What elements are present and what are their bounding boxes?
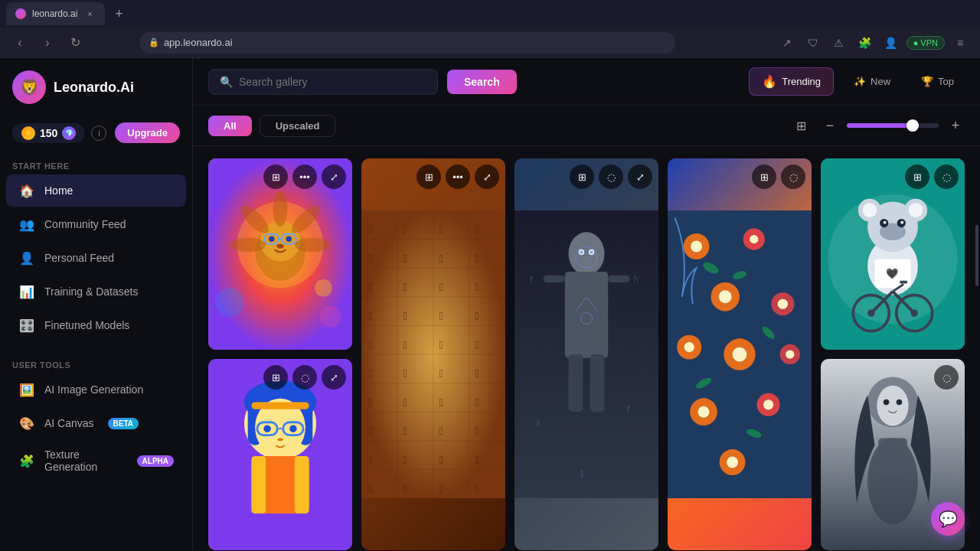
grid-view-button[interactable]: ⊞ (789, 113, 813, 138)
zoom-out-button[interactable]: − (821, 116, 839, 135)
zoom-track (847, 123, 939, 128)
expand-button[interactable]: ⤢ (628, 165, 652, 189)
options-button[interactable]: ◌ (934, 365, 959, 390)
expand-button[interactable]: ⤢ (322, 365, 346, 390)
extensions-button[interactable]: 🧩 (854, 32, 876, 54)
sidebar-item-texture[interactable]: 🧩 Texture Generation ALPHA (6, 441, 186, 481)
svg-text:𓌁: 𓌁 (475, 396, 480, 409)
gallery-grid: ⊞ ••• ⤢ (208, 158, 965, 551)
svg-text:𓃂: 𓃂 (439, 453, 444, 466)
chat-bubble-button[interactable]: 💬 (931, 502, 965, 536)
sidebar-item-finetuned[interactable]: 🎛️ Finetuned Models (6, 309, 186, 341)
gallery-item[interactable]: 🖤 (821, 158, 965, 350)
svg-point-109 (727, 457, 738, 468)
search-input[interactable] (239, 76, 426, 88)
svg-point-161 (897, 399, 903, 406)
avatar: 🦁 (12, 70, 46, 104)
trending-icon: 🔥 (762, 74, 777, 89)
gallery-item[interactable]: ᚠ ᚢ ᚦ ᚨ ᚱ ⊞ ◌ ⤢ (514, 158, 658, 550)
svg-point-122 (909, 203, 923, 217)
svg-text:𓈀: 𓈀 (475, 252, 480, 265)
upscaled-filter-button[interactable]: Upscaled (260, 115, 336, 137)
sidebar-item-ai-image[interactable]: 🖼️ AI Image Generation (6, 373, 186, 406)
info-button[interactable]: i (91, 126, 106, 141)
remix-button[interactable]: ⊞ (752, 165, 776, 189)
upgrade-button[interactable]: Upgrade (115, 122, 180, 143)
trending-button[interactable]: 🔥 Trending (749, 67, 834, 96)
menu-button[interactable]: ≡ (949, 32, 971, 54)
svg-text:𓊁: 𓊁 (403, 396, 408, 409)
options-button[interactable]: ◌ (781, 165, 805, 189)
vpn-badge: ● VPN (906, 36, 945, 50)
svg-point-107 (763, 399, 773, 409)
svg-point-154 (277, 438, 283, 441)
expand-button[interactable]: ⤢ (475, 165, 499, 189)
gallery-item[interactable]: 𓀀𓂀𓃀𓄀 𓅀𓆀𓇀𓈀 𓉀𓊀𓋀𓌀 𓍀𓎀𓏀𓐀 𓀁𓂁𓃁𓄁 𓅁𓆁𓇁𓈁 𓉁𓊁𓋁𓌁 𓍁𓎁𓏁𓐁 (361, 158, 505, 550)
svg-point-103 (786, 350, 794, 358)
remix-button[interactable]: ⊞ (263, 165, 288, 189)
svg-text:𓐁: 𓐁 (475, 424, 480, 437)
gallery-item[interactable]: ⊞ ◌ (668, 158, 812, 550)
new-tab-button[interactable]: + (108, 3, 129, 24)
active-tab[interactable]: leonardo.ai × (6, 2, 105, 25)
svg-text:𓍀: 𓍀 (368, 309, 373, 322)
sidebar-item-personal-feed[interactable]: 👤 Personal Feed (6, 242, 186, 274)
svg-text:𓌀: 𓌀 (475, 280, 480, 293)
remix-button[interactable]: ⊞ (905, 165, 929, 189)
search-box[interactable]: 🔍 (208, 69, 438, 95)
shield-button[interactable]: 🛡 (802, 32, 824, 54)
gallery-item[interactable]: ⊞ ◌ ⤢ (208, 359, 352, 550)
item-overlay: ⊞ ••• ⤢ (208, 158, 352, 195)
sidebar-item-home[interactable]: 🏠 Home (6, 174, 186, 207)
options-button[interactable]: ◌ (292, 365, 317, 390)
sidebar-item-ai-canvas[interactable]: 🎨 AI Canvas BETA (6, 407, 186, 439)
lock-icon: 🔒 (149, 37, 159, 47)
sidebar-item-community-feed[interactable]: 👥 Community Feed (6, 208, 186, 240)
zoom-slider[interactable] (847, 123, 939, 128)
options-button[interactable]: ••• (292, 165, 317, 189)
svg-point-12 (269, 236, 275, 243)
token-row: ⚡ 150 💎 i Upgrade (0, 116, 192, 155)
svg-text:𓀂: 𓀂 (368, 453, 373, 466)
ai-image-label: AI Image Generation (44, 383, 143, 396)
new-button[interactable]: ✨ New (843, 70, 901, 93)
reload-button[interactable]: ↻ (64, 32, 86, 54)
options-button[interactable]: ••• (446, 165, 470, 189)
back-button[interactable]: ‹ (9, 32, 31, 54)
svg-point-93 (750, 235, 758, 243)
top-icon: 🏆 (921, 76, 933, 87)
token-icon: ⚡ (21, 126, 35, 140)
options-button[interactable]: ◌ (934, 165, 959, 189)
forward-button[interactable]: › (37, 32, 58, 54)
remix-button[interactable]: ⊞ (263, 365, 288, 390)
svg-text:𓄂: 𓄂 (475, 453, 480, 466)
svg-rect-158 (878, 438, 907, 474)
warning-button[interactable]: ⚠ (828, 32, 850, 54)
top-button[interactable]: 🏆 Top (910, 70, 965, 93)
gallery-item[interactable]: ⊞ ••• ⤢ (208, 158, 352, 350)
svg-text:𓆂: 𓆂 (403, 482, 408, 495)
search-button[interactable]: Search (447, 70, 517, 94)
remix-button[interactable]: ⊞ (416, 165, 441, 189)
svg-text:𓂁: 𓂁 (403, 338, 408, 351)
all-filter-button[interactable]: All (208, 116, 252, 136)
share-button[interactable]: ↗ (776, 32, 798, 54)
svg-point-4 (273, 191, 288, 227)
item-overlay: ⊞ ◌ ⤢ (514, 158, 658, 195)
gallery-scroll[interactable]: ⊞ ••• ⤢ (193, 146, 980, 551)
expand-button[interactable]: ⤢ (322, 165, 346, 189)
options-button[interactable]: ◌ (599, 165, 623, 189)
scroll-indicator (975, 225, 978, 286)
tab-close-button[interactable]: × (83, 8, 96, 20)
svg-text:𓄁: 𓄁 (475, 338, 480, 351)
sidebar-item-training[interactable]: 📊 Training & Datasets (6, 276, 186, 308)
item-overlay: ◌ (821, 359, 965, 396)
svg-text:𓋀: 𓋀 (439, 280, 444, 293)
svg-text:ᚨ: ᚨ (626, 404, 632, 413)
svg-text:𓇁: 𓇁 (439, 367, 444, 380)
address-bar[interactable]: 🔒 app.leonardo.ai (139, 32, 675, 54)
zoom-in-button[interactable]: + (946, 116, 965, 135)
profile-button[interactable]: 👤 (880, 32, 902, 54)
coin-icon: 💎 (62, 126, 76, 140)
remix-button[interactable]: ⊞ (570, 165, 594, 189)
